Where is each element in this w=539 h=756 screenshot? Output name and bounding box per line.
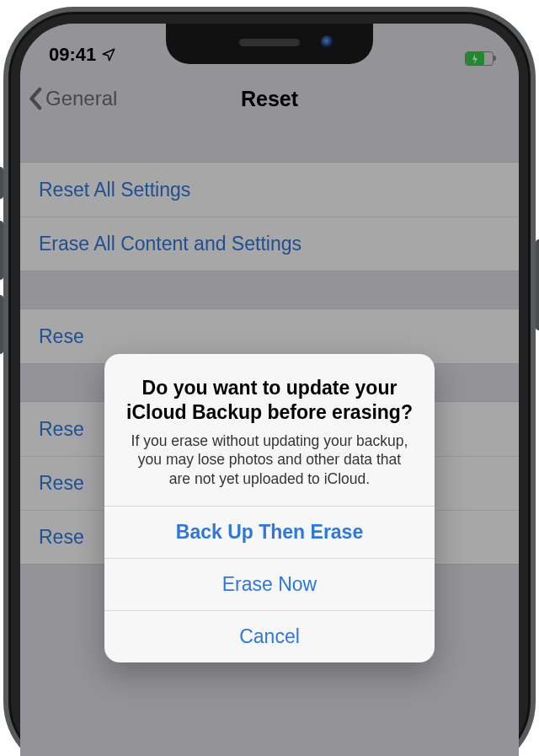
power-button[interactable] — [536, 239, 539, 330]
alert-title: Do you want to update your iCloud Backup… — [125, 376, 414, 425]
button-label: Back Up Then Erase — [176, 521, 363, 544]
notch — [166, 24, 373, 64]
erase-now-button[interactable]: Erase Now — [104, 558, 435, 610]
front-camera — [321, 35, 334, 49]
phone-frame: 09:41 — [3, 7, 536, 756]
backup-then-erase-button[interactable]: Back Up Then Erase — [104, 506, 435, 558]
cancel-button[interactable]: Cancel — [104, 610, 435, 662]
alert-message: If you erase without updating your backu… — [125, 432, 414, 489]
screen: 09:41 — [20, 24, 519, 756]
alert-dialog: Do you want to update your iCloud Backup… — [104, 354, 435, 662]
button-label: Erase Now — [222, 573, 317, 596]
button-label: Cancel — [239, 625, 300, 648]
